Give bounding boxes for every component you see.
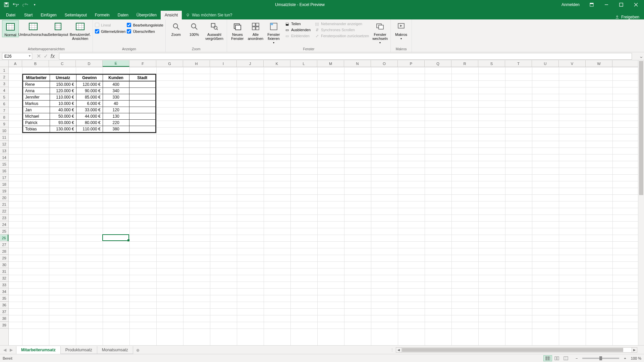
zoom-button[interactable]: Zoom (168, 20, 184, 37)
sheet-nav-prev-icon[interactable]: ◀ (2, 348, 8, 352)
ribbon-display-options-icon[interactable] (585, 0, 598, 9)
headings-checkbox[interactable]: Überschriften (127, 29, 163, 34)
tab-ueberpruefen[interactable]: Überprüfen (132, 11, 161, 19)
column-header[interactable]: O (371, 60, 398, 67)
expand-formula-bar-icon[interactable]: ⌄ (638, 53, 644, 59)
row-header[interactable]: 2 (0, 74, 8, 80)
row-header[interactable]: 20 (0, 194, 8, 201)
column-header[interactable]: J (237, 60, 264, 67)
zoom-in-button[interactable]: + (622, 356, 628, 360)
row-header[interactable]: 30 (0, 261, 8, 268)
tab-formeln[interactable]: Formeln (91, 11, 114, 19)
horizontal-scrollbar[interactable]: ◀ ▶ (396, 347, 637, 353)
row-header[interactable]: 36 (0, 302, 8, 308)
tab-datei[interactable]: Datei (1, 11, 20, 19)
row-header[interactable]: 37 (0, 308, 8, 315)
column-header[interactable]: K (264, 60, 290, 67)
row-header[interactable]: 38 (0, 315, 8, 322)
row-header[interactable]: 21 (0, 201, 8, 208)
view-pagelayout-icon[interactable] (552, 355, 561, 361)
column-header[interactable]: D (76, 60, 103, 67)
maximize-icon[interactable] (614, 0, 628, 9)
column-header[interactable]: B (22, 60, 49, 67)
row-header[interactable]: 13 (0, 147, 8, 154)
column-header[interactable]: L (290, 60, 317, 67)
view-pagelayout-button[interactable]: Seitenlayout (48, 20, 68, 37)
zoom-100-button[interactable]: 100% (186, 20, 203, 37)
row-header[interactable]: 25 (0, 228, 8, 235)
row-header[interactable]: 29 (0, 255, 8, 261)
column-header[interactable]: W (586, 60, 612, 67)
sheet-tab-mitarbeiter[interactable]: Mitarbeiterumsatz (16, 346, 61, 354)
view-normal-button[interactable]: Normal (2, 20, 19, 37)
tell-me-search[interactable]: Was möchten Sie tun? (182, 11, 236, 19)
row-header[interactable]: 3 (0, 80, 8, 87)
redo-icon[interactable]: ▾ (21, 1, 29, 8)
row-header[interactable]: 27 (0, 241, 8, 248)
tab-ansicht[interactable]: Ansicht (161, 11, 182, 19)
sheet-tab-produkt[interactable]: Produktumsatz (60, 346, 97, 354)
row-header[interactable]: 24 (0, 221, 8, 228)
row-header[interactable]: 5 (0, 94, 8, 101)
row-header[interactable]: 16 (0, 168, 8, 174)
row-header[interactable]: 19 (0, 188, 8, 194)
row-header[interactable]: 31 (0, 268, 8, 275)
row-header[interactable]: 12 (0, 141, 8, 147)
view-custom-button[interactable]: Benutzerdef. Ansichten (70, 20, 91, 41)
zoom-selection-button[interactable]: Auswahl vergrößern (204, 20, 225, 41)
column-header[interactable]: V (559, 60, 586, 67)
row-header[interactable]: 32 (0, 275, 8, 282)
column-header[interactable]: P (398, 60, 425, 67)
cells-area[interactable]: MitarbeiterUmsatzGewinnKundenStadtRene15… (9, 67, 638, 345)
formula-input[interactable] (59, 53, 632, 60)
tab-einfuegen[interactable]: Einfügen (37, 11, 60, 19)
column-header[interactable]: A (9, 60, 22, 67)
select-all-corner[interactable] (0, 60, 9, 67)
sheet-nav-next-icon[interactable]: ▶ (8, 348, 14, 352)
row-header[interactable]: 8 (0, 114, 8, 121)
hide-button[interactable]: ▭Ausblenden (283, 27, 312, 33)
add-sheet-button[interactable]: ⊕ (133, 347, 143, 354)
column-header[interactable]: E (103, 60, 129, 67)
freeze-panes-button[interactable]: Fenster fixieren ▾ (265, 20, 282, 45)
row-header[interactable]: 28 (0, 248, 8, 255)
row-header[interactable]: 39 (0, 322, 8, 328)
minimize-icon[interactable] (600, 0, 613, 9)
column-header[interactable]: F (129, 60, 156, 67)
zoom-out-button[interactable]: − (574, 356, 580, 360)
zoom-slider[interactable] (582, 358, 619, 359)
sign-in-link[interactable]: Anmelden (561, 2, 580, 7)
column-header[interactable]: Q (425, 60, 451, 67)
tab-start[interactable]: Start (20, 11, 37, 19)
row-header[interactable]: 4 (0, 87, 8, 94)
view-pagebreak-button[interactable]: Umbruchvorschau (20, 20, 46, 37)
row-header[interactable]: 15 (0, 161, 8, 168)
row-header[interactable]: 35 (0, 295, 8, 302)
column-header[interactable]: U (532, 60, 559, 67)
row-header[interactable]: 26 (0, 235, 8, 241)
split-button[interactable]: ⬓Teilen (283, 21, 312, 26)
save-icon[interactable] (3, 1, 10, 8)
name-box[interactable]: E26 ▼ (2, 53, 32, 60)
view-pagebreak-icon[interactable] (561, 355, 570, 361)
hscroll-right-icon[interactable]: ▶ (632, 348, 637, 352)
gridlines-checkbox[interactable]: Gitternetzlinien (95, 29, 125, 34)
row-header[interactable]: 17 (0, 174, 8, 181)
column-header[interactable]: S (478, 60, 505, 67)
tab-seitenlayout[interactable]: Seitenlayout (61, 11, 91, 19)
close-icon[interactable] (629, 0, 643, 9)
row-header[interactable]: 1 (0, 67, 8, 74)
column-header[interactable]: N (344, 60, 371, 67)
tab-daten[interactable]: Daten (114, 11, 132, 19)
zoom-value[interactable]: 100 % (631, 356, 641, 360)
view-normal-icon[interactable] (543, 355, 552, 361)
undo-icon[interactable]: ▾ (12, 1, 19, 8)
arrange-all-button[interactable]: Alle anordnen (247, 20, 264, 41)
chevron-down-icon[interactable]: ▼ (28, 54, 31, 58)
column-header[interactable]: R (451, 60, 478, 67)
column-header[interactable]: H (183, 60, 210, 67)
qat-customize-icon[interactable]: ▾ (31, 1, 38, 8)
row-header[interactable]: 14 (0, 154, 8, 161)
column-header[interactable]: C (49, 60, 76, 67)
row-header[interactable]: 6 (0, 101, 8, 107)
